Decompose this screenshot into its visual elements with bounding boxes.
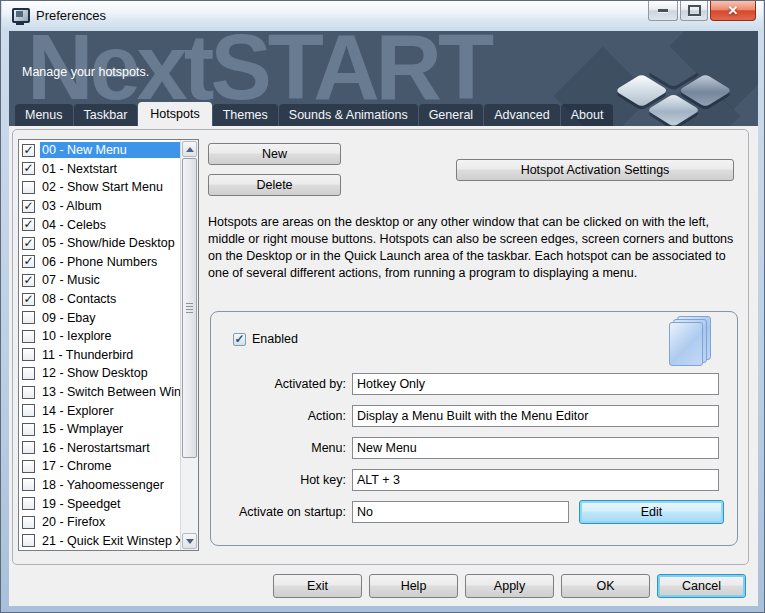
list-item[interactable]: 16 - Nerostartsmart — [19, 439, 181, 458]
activate-on-startup-field[interactable] — [352, 501, 569, 523]
list-item[interactable]: 21 - Quick Exit Winstep Xtreme — [19, 531, 181, 550]
scrollbar-thumb[interactable] — [182, 158, 197, 458]
menu-field[interactable] — [352, 437, 719, 459]
window-title: Preferences — [36, 8, 106, 23]
list-item[interactable]: 11 - Thunderbird — [19, 346, 181, 365]
maximize-icon — [688, 5, 701, 16]
list-item[interactable]: 18 - Yahoomessenger — [19, 476, 181, 495]
tab-hotspots[interactable]: Hotspots — [138, 102, 211, 126]
hotspots-description: Hotspots are areas on the desktop or any… — [208, 214, 744, 282]
cancel-button[interactable]: Cancel — [657, 574, 746, 598]
checkbox-checked-icon[interactable]: ✓ — [22, 144, 35, 157]
checkbox-checked-icon[interactable]: ✓ — [22, 162, 35, 175]
activated-by-label: Activated by: — [211, 377, 346, 391]
close-icon: ✕ — [728, 4, 739, 17]
list-item[interactable]: 17 - Chrome — [19, 457, 181, 476]
tab-advanced[interactable]: Advanced — [484, 104, 560, 126]
arrow-up-icon — [186, 147, 194, 152]
checkbox-unchecked-icon[interactable] — [22, 423, 35, 436]
maximize-button[interactable] — [680, 1, 708, 21]
list-item-label: 03 - Album — [40, 198, 181, 214]
tab-sounds-animations[interactable]: Sounds & Animations — [279, 104, 418, 126]
checkbox-unchecked-icon[interactable] — [22, 367, 35, 380]
minimize-button[interactable] — [648, 1, 678, 21]
hotspot-detail-panel: ✓ Enabled Activated by:Action:Menu:Hot k… — [210, 311, 738, 546]
list-item[interactable]: ✓05 - Show/hide Desktop — [19, 234, 181, 253]
tab-menus[interactable]: Menus — [15, 104, 73, 126]
delete-button[interactable]: Delete — [208, 174, 341, 196]
apply-button[interactable]: Apply — [465, 574, 554, 598]
list-item[interactable]: ✓03 - Album — [19, 197, 181, 216]
list-item[interactable]: ✓00 - New Menu — [19, 141, 181, 160]
activated-by-field[interactable] — [352, 373, 719, 395]
scroll-down-button[interactable] — [182, 533, 197, 549]
hotspot-activation-settings-button[interactable]: Hotspot Activation Settings — [456, 159, 734, 181]
list-item[interactable]: ✓01 - Nextstart — [19, 160, 181, 179]
exit-button[interactable]: Exit — [273, 574, 362, 598]
checkbox-unchecked-icon[interactable] — [22, 534, 35, 547]
tab-general[interactable]: General — [419, 104, 483, 126]
list-scrollbar[interactable] — [180, 140, 198, 550]
new-button[interactable]: New — [208, 143, 341, 165]
list-item[interactable]: ✓06 - Phone Numbers — [19, 253, 181, 272]
list-item-label: 00 - New Menu — [40, 142, 181, 158]
list-item[interactable]: 19 - Speedget — [19, 494, 181, 513]
checkbox-unchecked-icon[interactable] — [22, 441, 35, 454]
checkbox-unchecked-icon[interactable] — [22, 516, 35, 529]
checkbox-unchecked-icon[interactable] — [22, 311, 35, 324]
header-banner: NextSTART Manage your hotspots. MenusTas… — [9, 31, 758, 126]
hotspot-listbox[interactable]: ✓00 - New Menu✓01 - Nextstart02 - Show S… — [18, 139, 199, 551]
list-item-label: 18 - Yahoomessenger — [40, 477, 181, 493]
checkbox-unchecked-icon[interactable] — [22, 348, 35, 361]
list-item[interactable]: 13 - Switch Between Windows — [19, 383, 181, 402]
checkbox-checked-icon[interactable]: ✓ — [22, 274, 35, 287]
checkbox-checked-icon[interactable]: ✓ — [22, 293, 35, 306]
list-item-label: 04 - Celebs — [40, 217, 181, 233]
action-label: Action: — [211, 409, 346, 423]
checkbox-checked-icon[interactable]: ✓ — [22, 255, 35, 268]
list-item-label: 14 - Explorer — [40, 403, 181, 419]
list-item[interactable]: 10 - Iexplore — [19, 327, 181, 346]
pages-stack-icon — [665, 316, 711, 366]
edit-button[interactable]: Edit — [579, 500, 724, 524]
help-button[interactable]: Help — [369, 574, 458, 598]
window-controls: ✕ — [648, 1, 756, 21]
tab-themes[interactable]: Themes — [213, 104, 278, 126]
hot-key-field[interactable] — [352, 469, 719, 491]
checkbox-unchecked-icon[interactable] — [22, 478, 35, 491]
tab-about[interactable]: About — [561, 104, 614, 126]
checkbox-unchecked-icon[interactable] — [22, 386, 35, 399]
close-button[interactable]: ✕ — [710, 1, 756, 21]
enabled-label: Enabled — [252, 332, 298, 346]
arrow-down-icon — [186, 539, 194, 544]
list-item-label: 10 - Iexplore — [40, 328, 181, 344]
list-item-label: 13 - Switch Between Windows — [40, 384, 181, 400]
checkbox-unchecked-icon[interactable] — [22, 460, 35, 473]
enabled-checkbox[interactable]: ✓ — [233, 333, 246, 346]
list-item[interactable]: 14 - Explorer — [19, 401, 181, 420]
ok-button[interactable]: OK — [561, 574, 650, 598]
list-item[interactable]: 20 - Firefox — [19, 513, 181, 532]
scroll-up-button[interactable] — [182, 141, 197, 157]
checkbox-checked-icon[interactable]: ✓ — [22, 218, 35, 231]
checkbox-unchecked-icon[interactable] — [22, 404, 35, 417]
checkbox-unchecked-icon[interactable] — [22, 330, 35, 343]
list-item[interactable]: ✓04 - Celebs — [19, 215, 181, 234]
footer-button-row: ExitHelpApplyOKCancel — [273, 574, 746, 598]
list-item[interactable]: 15 - Wmplayer — [19, 420, 181, 439]
checkbox-checked-icon[interactable]: ✓ — [22, 200, 35, 213]
tab-bar: MenusTaskbarHotspotsThemesSounds & Anima… — [15, 102, 614, 126]
action-field[interactable] — [352, 405, 719, 427]
checkbox-unchecked-icon[interactable] — [22, 181, 35, 194]
list-item[interactable]: 02 - Show Start Menu — [19, 178, 181, 197]
list-item[interactable]: ✓08 - Contacts — [19, 290, 181, 309]
checkbox-checked-icon[interactable]: ✓ — [22, 237, 35, 250]
list-item[interactable]: 12 - Show Desktop — [19, 364, 181, 383]
checkbox-unchecked-icon[interactable] — [22, 497, 35, 510]
list-item-label: 16 - Nerostartsmart — [40, 440, 181, 456]
list-item-label: 09 - Ebay — [40, 310, 181, 326]
list-item[interactable]: ✓07 - Music — [19, 271, 181, 290]
list-item[interactable]: 09 - Ebay — [19, 308, 181, 327]
tab-taskbar[interactable]: Taskbar — [74, 104, 138, 126]
list-item-label: 11 - Thunderbird — [40, 347, 181, 363]
